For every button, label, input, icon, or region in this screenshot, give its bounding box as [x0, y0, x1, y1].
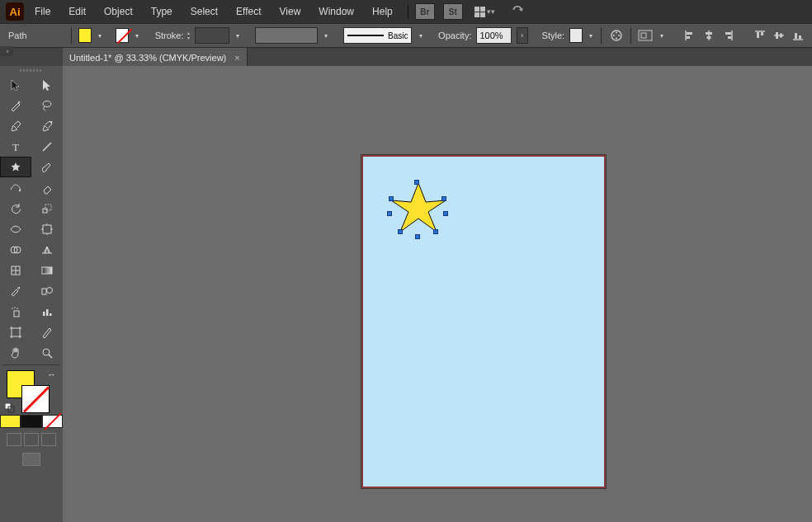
fill-dropdown[interactable] [97, 28, 104, 43]
selection-handle[interactable] [414, 180, 419, 185]
draw-inside-button[interactable] [41, 433, 56, 446]
menu-edit[interactable]: Edit [60, 2, 94, 21]
stroke-dropdown[interactable] [134, 28, 141, 43]
swap-fill-stroke-button[interactable]: ↔ [47, 369, 56, 379]
align-left-button[interactable] [681, 27, 699, 44]
artboard[interactable] [361, 155, 606, 488]
svg-point-44 [17, 308, 18, 309]
close-tab-button[interactable]: × [234, 53, 239, 63]
magic-wand-tool[interactable] [0, 95, 31, 115]
scale-tool[interactable] [31, 198, 63, 219]
color-mode-solid[interactable] [0, 415, 21, 428]
color-mode-gradient[interactable] [21, 415, 41, 428]
style-dropdown[interactable] [588, 28, 595, 43]
draw-normal-button[interactable] [7, 433, 21, 446]
symbol-sprayer-tool[interactable] [0, 301, 31, 322]
selection-handle[interactable] [398, 229, 403, 234]
rotate-tool[interactable] [0, 198, 31, 219]
fill-swatch[interactable] [78, 28, 92, 43]
free-transform-tool[interactable] [31, 219, 63, 239]
hand-tool[interactable] [0, 342, 31, 363]
selection-tool[interactable] [0, 74, 31, 95]
artboard-tool[interactable] [0, 322, 31, 342]
color-mode-none[interactable] [42, 415, 63, 428]
menu-window[interactable]: Window [310, 2, 362, 21]
align-to-button[interactable] [638, 27, 654, 44]
arrange-documents-button[interactable]: ▾ [474, 4, 495, 19]
chevron-down-icon: ▾ [487, 4, 495, 19]
stroke-swatch[interactable] [116, 28, 129, 43]
fill-stroke-controls: ↔ [0, 367, 63, 415]
line-tool[interactable] [31, 136, 63, 157]
perspective-grid-tool[interactable] [31, 239, 63, 260]
menu-effect[interactable]: Effect [228, 2, 269, 21]
drawing-modes [0, 433, 63, 446]
panel-grip[interactable] [0, 66, 63, 74]
panel-collapse-handle[interactable] [0, 46, 13, 56]
blend-tool[interactable] [31, 280, 63, 301]
slice-tool[interactable] [31, 322, 63, 342]
document-tab[interactable]: Untitled-1* @ 33.33% (CMYK/Preview) × [63, 47, 248, 68]
curvature-tool[interactable] [31, 115, 63, 136]
stroke-weight-field[interactable] [195, 27, 229, 44]
menu-view[interactable]: View [271, 2, 309, 21]
menu-object[interactable]: Object [96, 2, 141, 21]
selection-handle[interactable] [415, 234, 420, 239]
align-right-button[interactable] [719, 27, 737, 44]
separator [3, 364, 59, 365]
menu-file[interactable]: File [26, 2, 59, 21]
menu-type[interactable]: Type [143, 2, 181, 21]
brush-dropdown-chevron[interactable] [417, 28, 424, 43]
default-fill-stroke-button[interactable] [5, 403, 15, 413]
stock-button[interactable]: St [443, 3, 463, 20]
align-vcenter-button[interactable] [770, 27, 788, 44]
bridge-button[interactable]: Br [415, 3, 435, 20]
direct-selection-tool[interactable] [31, 74, 63, 95]
stroke-weight-dropdown[interactable] [234, 28, 242, 43]
recolor-artwork-button[interactable] [608, 27, 624, 44]
align-bottom-button[interactable] [789, 27, 807, 44]
shape-builder-tool[interactable] [0, 239, 31, 260]
selection-handle[interactable] [441, 196, 446, 201]
draw-behind-button[interactable] [24, 433, 39, 446]
menu-help[interactable]: Help [364, 2, 401, 21]
zoom-tool[interactable] [31, 342, 63, 363]
eraser-tool[interactable] [31, 177, 63, 198]
eyedropper-tool[interactable] [0, 280, 31, 301]
svg-point-42 [12, 308, 13, 309]
align-top-button[interactable] [751, 27, 769, 44]
gradient-tool[interactable] [31, 260, 63, 280]
svg-rect-25 [795, 33, 797, 39]
canvas-area[interactable] [63, 66, 812, 522]
column-graph-tool[interactable] [31, 301, 63, 322]
paintbrush-tool[interactable] [31, 157, 63, 177]
selection-handle[interactable] [389, 196, 394, 201]
mesh-tool[interactable] [0, 260, 31, 280]
selection-handle[interactable] [443, 211, 448, 216]
star-tool[interactable] [0, 157, 31, 177]
pen-tool[interactable] [0, 115, 31, 136]
align-to-dropdown[interactable] [659, 28, 666, 43]
menu-select[interactable]: Select [182, 2, 226, 21]
variable-width-profile-dropdown[interactable] [255, 27, 317, 44]
opacity-field[interactable]: 100% [476, 27, 511, 44]
selection-handle[interactable] [387, 211, 392, 216]
selection-handle[interactable] [433, 229, 438, 234]
document-tab-title: Untitled-1* @ 33.33% (CMYK/Preview) [69, 53, 226, 63]
stroke-color-box[interactable] [21, 385, 50, 413]
vw-dropdown-chevron[interactable] [323, 28, 330, 43]
brush-name: Basic [388, 31, 408, 40]
sync-settings-icon[interactable] [510, 4, 525, 20]
shaper-tool[interactable] [0, 177, 31, 198]
options-bar: Path Stroke: ▴▾ Basic Opacity: 100% › St… [0, 23, 812, 48]
width-tool[interactable] [0, 219, 31, 239]
lasso-tool[interactable] [31, 95, 63, 115]
style-swatch[interactable] [569, 28, 583, 43]
opacity-dropdown[interactable]: › [517, 27, 528, 44]
stroke-weight-spinners[interactable]: ▴▾ [187, 31, 190, 40]
separator [71, 27, 72, 44]
align-hcenter-button[interactable] [700, 27, 718, 44]
brush-definition-dropdown[interactable]: Basic [343, 27, 412, 44]
type-tool[interactable]: T [0, 136, 31, 157]
screen-mode-button[interactable] [0, 453, 63, 466]
